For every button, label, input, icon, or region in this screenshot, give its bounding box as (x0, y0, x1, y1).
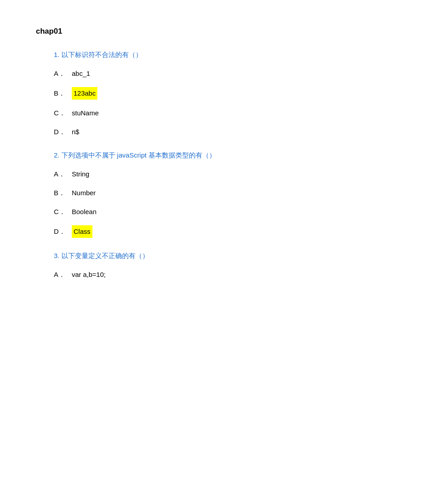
question-1: 1. 以下标识符不合法的有（） A． abc_1 B． 123abc C． st… (54, 49, 388, 137)
option-b-label: B． (54, 88, 66, 99)
questions-container: 1. 以下标识符不合法的有（） A． abc_1 B． 123abc C． st… (36, 49, 388, 280)
question-2-option-d: D． Class (54, 225, 388, 238)
question-2-option-a: A． String (54, 169, 388, 180)
option-2a-value: String (72, 169, 89, 180)
option-2a-label: A． (54, 169, 66, 180)
option-d-label: D． (54, 127, 66, 137)
question-3: 3. 以下变量定义不正确的有（） A． var a,b=10; (54, 250, 388, 280)
page-title: chap01 (36, 27, 388, 36)
question-1-option-c: C． stuName (54, 108, 388, 118)
question-1-option-a: A． abc_1 (54, 68, 388, 79)
question-3-text: 3. 以下变量定义不正确的有（） (54, 250, 388, 261)
question-1-text: 1. 以下标识符不合法的有（） (54, 49, 388, 60)
question-2-option-b: B． Number (54, 188, 388, 198)
question-2-text: 2. 下列选项中不属于 javaScript 基本数据类型的有（） (54, 150, 388, 161)
option-2d-value: Class (72, 225, 92, 238)
option-3a-value: var a,b=10; (72, 269, 105, 280)
option-2b-label: B． (54, 188, 66, 198)
option-b-value: 123abc (72, 87, 97, 100)
option-d-value: n$ (72, 127, 79, 137)
question-3-option-a: A． var a,b=10; (54, 269, 388, 280)
question-2-option-c: C． Boolean (54, 206, 388, 217)
option-c-value: stuName (72, 108, 99, 118)
option-2d-label: D． (54, 226, 66, 237)
question-2: 2. 下列选项中不属于 javaScript 基本数据类型的有（） A． Str… (54, 150, 388, 238)
option-a-label: A． (54, 68, 66, 79)
option-2c-label: C． (54, 206, 66, 217)
option-2c-value: Boolean (72, 206, 96, 217)
option-a-value: abc_1 (72, 68, 90, 79)
question-1-option-b: B． 123abc (54, 87, 388, 100)
option-c-label: C． (54, 108, 66, 118)
question-1-option-d: D． n$ (54, 127, 388, 137)
option-3a-label: A． (54, 269, 66, 280)
option-2b-value: Number (72, 188, 96, 198)
